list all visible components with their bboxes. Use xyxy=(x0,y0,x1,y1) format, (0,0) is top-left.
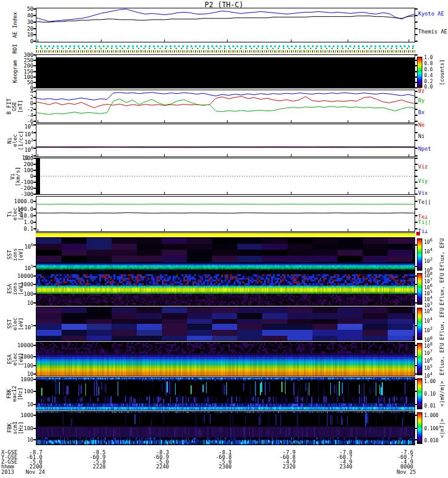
tick-mark xyxy=(33,284,36,285)
themis-overview-figure: P2 (TH-C) AE Index50403020100Kyoto AEThe… xyxy=(0,0,448,478)
roi-row-multi xyxy=(36,50,415,53)
x-tick-mark xyxy=(227,229,228,231)
xaxis-date: Nov 24 xyxy=(26,470,45,475)
tick-mark xyxy=(33,54,36,56)
spectrogram-fbk_s xyxy=(36,412,415,445)
tick-mark xyxy=(33,97,36,98)
ytick-bfit: 4 xyxy=(0,88,33,94)
spectrogram-esa_i xyxy=(36,272,415,305)
tick-mark xyxy=(33,103,36,104)
x-tick-mark xyxy=(164,120,165,122)
xaxis-date: Nov 25 xyxy=(397,470,416,475)
colorbar-esa_i xyxy=(417,273,422,305)
tick-mark xyxy=(33,155,36,157)
x-tick-mark xyxy=(164,192,165,194)
x-tick-mark xyxy=(164,229,165,231)
trace-label-viy: Viy xyxy=(418,178,428,184)
tick-mark xyxy=(415,155,418,157)
tick-mark xyxy=(415,164,418,165)
ytick-ae: 20 xyxy=(0,26,33,32)
ytick-ti: 1.0 xyxy=(0,219,33,225)
x-tick-mark xyxy=(348,120,348,122)
tick-mark xyxy=(33,222,36,223)
panel-keo xyxy=(36,54,415,88)
tick-mark xyxy=(415,91,418,92)
ytick-ae: 50 xyxy=(0,6,33,12)
x-tick-mark xyxy=(38,120,38,122)
tick-mark xyxy=(33,391,36,392)
tick-mark xyxy=(33,140,36,141)
tick-mark xyxy=(33,124,36,125)
trace-label-ni: Ni xyxy=(418,133,425,139)
trace-label-kyotoae: Kyoto AE xyxy=(418,11,444,17)
x-tick-mark xyxy=(409,120,409,122)
line-plot-bfit xyxy=(36,90,415,122)
ytick-ae: 10 xyxy=(0,32,33,38)
axis-label-text: SST ions [eV] xyxy=(7,248,24,261)
x-tick-mark xyxy=(101,120,102,122)
tick-mark xyxy=(415,209,418,210)
x-tick-mark xyxy=(227,120,228,122)
tick-mark xyxy=(33,439,36,440)
ytick-sst_i: 105 xyxy=(0,263,33,271)
x-tick-mark xyxy=(409,39,409,42)
roi-row-cyan xyxy=(36,45,415,47)
panel-ae xyxy=(36,8,415,42)
line-plot-ni xyxy=(36,124,415,157)
spectrogram-fbk_e xyxy=(36,378,415,410)
ytick-sst_e: 105 xyxy=(0,323,33,330)
ytick-vi: -100 xyxy=(0,179,33,185)
colorbar-keo xyxy=(417,57,422,88)
trace-label-te: Te|| xyxy=(418,199,431,205)
tick-mark xyxy=(415,132,418,133)
ytick-fbk_e: 100 xyxy=(0,388,33,394)
ytick-fbk_e: 1000 xyxy=(0,376,33,382)
tick-mark xyxy=(33,22,36,23)
panel-esa_i xyxy=(36,272,415,306)
trace-label-ti: Ti|| xyxy=(418,219,431,225)
ytick-ni: 102 xyxy=(0,137,33,145)
vi-offscale-bar xyxy=(36,158,40,194)
spectrogram-sst_e xyxy=(36,307,415,341)
x-tick-mark xyxy=(101,229,102,231)
x-tick-mark xyxy=(38,154,38,157)
x-tick-mark xyxy=(348,154,348,157)
x-tick-mark xyxy=(38,39,38,42)
ytick-fbk_s: 1000 xyxy=(0,412,33,418)
ytick-ni: 106 xyxy=(0,122,33,130)
tick-mark xyxy=(33,325,36,326)
x-tick-mark xyxy=(291,229,291,231)
tick-mark xyxy=(33,34,36,35)
x-tick-mark xyxy=(101,39,102,42)
colorbar-unit-fbk_s: <|nT|> xyxy=(439,418,445,438)
line-plot-ti xyxy=(36,197,415,231)
tick-mark xyxy=(415,215,418,216)
tick-mark xyxy=(415,158,418,159)
x-tick-mark xyxy=(164,154,165,157)
colorbar-unit-keo: [counts] xyxy=(439,59,445,85)
ytick-esa_e: 100 xyxy=(0,363,33,369)
spectrogram-keo xyxy=(36,55,415,88)
tick-mark xyxy=(33,65,36,66)
tick-mark xyxy=(415,188,418,189)
tick-mark xyxy=(415,15,418,16)
tick-mark xyxy=(415,41,418,42)
trace-label-npot: Npot xyxy=(418,146,431,152)
colorbar-unit-sst_i: Eflux, EFU xyxy=(439,238,445,271)
panel-fbk_e xyxy=(36,377,415,410)
spectrogram-sst_i xyxy=(36,238,415,271)
tick-mark xyxy=(33,209,36,210)
ytick-vi: 300 xyxy=(0,155,33,161)
ytick-ti: 100.0 xyxy=(0,206,33,212)
series-by xyxy=(36,99,415,114)
tick-mark xyxy=(415,8,418,10)
tick-mark xyxy=(33,87,36,88)
tick-mark xyxy=(33,115,36,116)
series-te-par xyxy=(36,213,415,213)
xaxis-value-t: 2220 xyxy=(75,464,106,470)
panel-vi xyxy=(36,158,415,195)
xaxis-value-t: 2300 xyxy=(201,464,232,470)
ytick-esa_e: 10000 xyxy=(0,342,33,348)
ytick-ti: 1000.0 xyxy=(0,198,33,204)
tick-mark xyxy=(415,201,418,202)
